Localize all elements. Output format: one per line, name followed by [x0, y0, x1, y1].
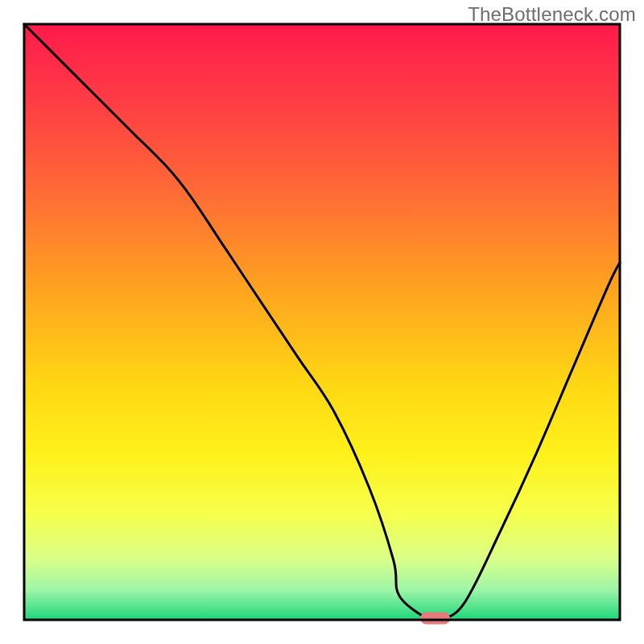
- watermark-text: TheBottleneck.com: [468, 3, 636, 26]
- chart-container: TheBottleneck.com: [0, 0, 644, 644]
- optimal-marker: [420, 613, 450, 625]
- bottleneck-chart: [0, 0, 644, 644]
